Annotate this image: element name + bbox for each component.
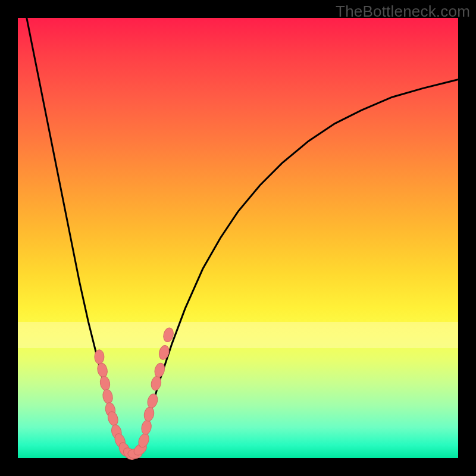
data-point <box>95 350 104 364</box>
chart-plot-area <box>18 18 458 458</box>
data-points-group <box>95 327 175 462</box>
chart-svg <box>18 18 458 458</box>
data-point <box>96 362 109 378</box>
outer-frame: TheBottleneck.com <box>0 0 476 476</box>
curve-group <box>27 18 458 454</box>
data-point <box>102 389 114 405</box>
data-point <box>99 375 111 392</box>
bottleneck-curve-left <box>27 18 128 454</box>
data-point <box>158 345 170 361</box>
bottleneck-curve-right <box>137 80 458 454</box>
data-point <box>143 406 155 422</box>
data-point <box>146 393 159 409</box>
data-point <box>140 419 152 436</box>
